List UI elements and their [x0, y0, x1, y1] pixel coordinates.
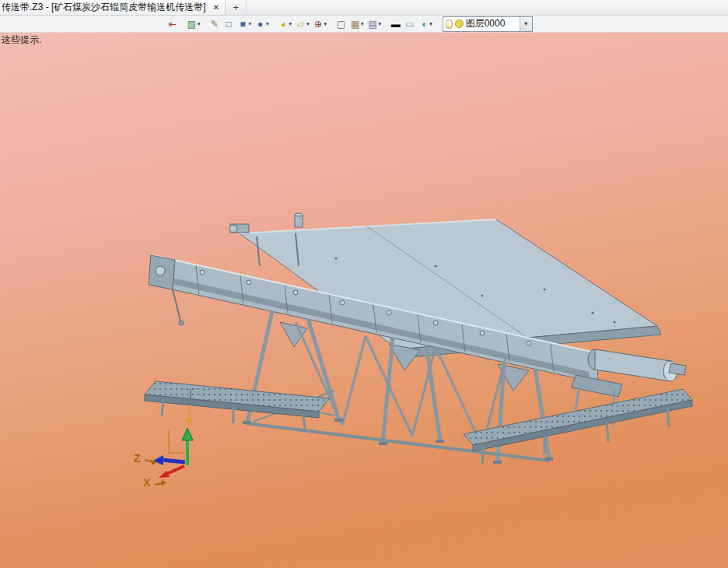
axis-triad: Z X [134, 406, 193, 489]
chevron-down-icon: ▾ [306, 21, 310, 27]
tab-bar: 传送带.Z3 - [矿石煤炭沙石辊筒皮带输送机传送带] ✕ + [0, 0, 728, 16]
grid-display-icon[interactable]: ▦▾ [348, 16, 366, 31]
viewport-3d[interactable]: 这些提示. [0, 33, 728, 568]
shaded-display-icon[interactable]: ■▾ [236, 16, 254, 31]
x-axis-label: X [143, 476, 151, 489]
standard-view-icon[interactable]: ▱▾ [294, 16, 311, 31]
exit-icon[interactable]: ⇤ [166, 16, 179, 31]
toolbar: ⇤ ▧▾ ✎ □ ■▾ ●▾ ◕▾ ▱▾ ⊕▾ ▢ ▦▾ ▤▾ ▬ ▭ ◖▾ 图… [0, 16, 728, 33]
new-tab-button[interactable]: + [226, 0, 247, 15]
chevron-down-icon: ▾ [379, 21, 382, 27]
chevron-down-icon: ▾ [249, 21, 252, 27]
close-tab-icon[interactable]: ✕ [213, 4, 219, 12]
point-snap-icon[interactable]: ⊕▾ [312, 16, 329, 31]
conveyor-model: Z X [0, 33, 728, 568]
chevron-down-icon: ▾ [266, 21, 269, 27]
left-walkway [145, 381, 330, 430]
z-axis-label: Z [134, 452, 141, 465]
chevron-down-icon: ▾ [198, 21, 201, 27]
shading-mode-icon[interactable]: ▧▾ [185, 16, 202, 31]
paintbrush-icon[interactable]: ✎ [208, 16, 222, 31]
background-color-icon[interactable]: ▭ [403, 16, 416, 31]
layer-visibility-bulb-icon[interactable] [446, 19, 453, 29]
document-tab[interactable]: 传送带.Z3 - [矿石煤炭沙石辊筒皮带输送机传送带] ✕ [0, 0, 226, 15]
view-orientation-icon[interactable]: ◕▾ [277, 16, 294, 31]
render-mode-icon[interactable]: ●▾ [254, 16, 271, 31]
display-layers-icon[interactable]: ▤▾ [366, 16, 383, 31]
app-window: 传送带.Z3 - [矿石煤炭沙石辊筒皮带输送机传送带] ✕ + ⇤ ▧▾ ✎ □… [0, 0, 728, 568]
wireframe-display-icon[interactable]: □ [222, 16, 236, 31]
layer-name: 图层0000 [466, 17, 506, 30]
layer-color-icon[interactable] [455, 19, 464, 28]
chevron-down-icon: ▾ [324, 21, 327, 27]
layer-combo[interactable]: 图层0000 ▾ [443, 16, 533, 32]
combo-dropdown-icon[interactable]: ▾ [520, 17, 532, 31]
chevron-down-icon: ▾ [289, 21, 292, 27]
tab-title: 传送带.Z3 - [矿石煤炭沙石辊筒皮带输送机传送带] [2, 1, 206, 14]
selection-box-icon[interactable]: ▢ [334, 16, 348, 31]
section-view-icon[interactable]: ◖▾ [417, 16, 434, 31]
chevron-down-icon: ▾ [361, 21, 364, 27]
line-width-icon[interactable]: ▬ [389, 16, 402, 31]
chevron-down-icon: ▾ [429, 21, 432, 27]
